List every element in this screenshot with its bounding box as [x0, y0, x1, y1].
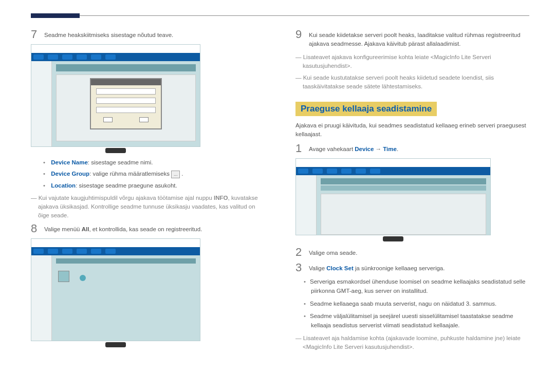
bullet-2: Seadme kellaaega saab muuta serverist, n…: [311, 300, 529, 309]
s1a: Avage vahekaart: [309, 146, 355, 152]
step-3: 3 Valige Clock Set ja sünkroonige kellaa…: [295, 262, 529, 273]
location-text: : sisestage seadme praegune asukoht.: [76, 182, 177, 189]
step-3-text: Valige Clock Set ja sünkroonige kellaaeg…: [309, 262, 529, 273]
info-bold: INFO: [214, 195, 228, 201]
bullet-3: Seadme väljalülitamisel ja seejärel uues…: [311, 312, 529, 330]
step8b: , et kontrollida, kas seade on registree…: [89, 226, 202, 232]
step-2: 2 Valige oma seade.: [295, 247, 529, 258]
note-delete: Kui seade kustutatakse serveri poolt hea…: [303, 73, 529, 91]
play-icon: [76, 271, 87, 282]
location-label: Location: [51, 182, 76, 189]
note-config: Lisateavet ajakava konfigureerimise koht…: [303, 53, 529, 71]
step-9-text: Kui seade kiidetakse serveri poolt heaks…: [309, 29, 529, 49]
step-num-1: 1: [295, 143, 304, 154]
clock-heading: Praeguse kellaaja seadistamine: [295, 102, 437, 116]
field-location: Location: sisestage seadme praegune asuk…: [43, 181, 265, 190]
step-8-text: Valige menüü All, et kontrollida, kas se…: [44, 223, 265, 234]
clock-bullets: Serveriga esmakordsel ühenduse loomisel …: [311, 277, 529, 330]
time-link: Time: [383, 146, 397, 152]
note1a: Kui vajutate kaugjuhtimispuldil võrgu aj…: [39, 195, 214, 201]
step-7-text: Seadme heakskiitmiseks sisestage nõutud …: [44, 29, 265, 40]
step-8: 8 Valige menüü All, et kontrollida, kas …: [31, 223, 265, 234]
field-device-name: Device Name: sisestage seadme nimi.: [43, 158, 265, 166]
note-time-mgmt: Lisateavet aja haldamise kohta (ajakavad…: [303, 334, 529, 352]
accent-bar: [31, 13, 80, 18]
left-column: 7 Seadme heakskiitmiseks sisestage nõutu…: [31, 29, 265, 355]
page-columns: 7 Seadme heakskiitmiseks sisestage nõutu…: [31, 29, 529, 355]
arrow-icon: →: [374, 146, 383, 152]
approve-dialog: [90, 78, 162, 129]
screenshot-device-time: [295, 158, 491, 241]
device-name-label: Device Name: [51, 159, 88, 165]
device-name-text: : sisestage seadme nimi.: [88, 159, 153, 165]
step-num-9: 9: [295, 29, 304, 49]
step-num-7: 7: [31, 29, 39, 40]
s3a: Valige: [309, 265, 326, 271]
step-1: 1 Avage vahekaart Device → Time.: [295, 143, 529, 154]
bullet-1: Serveriga esmakordsel ühenduse loomisel …: [311, 277, 529, 296]
field-list: Device Name: sisestage seadme nimi. Devi…: [43, 158, 265, 190]
clock-set-link: Clock Set: [326, 265, 353, 271]
info-note: Kui vajutate kaugjuhtimispuldil võrgu aj…: [38, 194, 265, 220]
ellipsis-button-icon: ...: [171, 171, 180, 178]
step-1-text: Avage vahekaart Device → Time.: [309, 143, 529, 154]
step8a: Valige menüü: [44, 226, 82, 232]
screenshot-all-menu: [31, 238, 200, 347]
step-num-3: 3: [295, 262, 304, 273]
s3b: ja sünkroonige kellaaeg serveriga.: [354, 265, 445, 271]
page-top-rule: [31, 15, 529, 16]
device-group-text: : valige rühma määratlemiseks: [89, 171, 171, 177]
field-device-group: Device Group: valige rühma määratlemisek…: [43, 170, 265, 178]
device-link: Device: [355, 146, 374, 152]
step-num-8: 8: [31, 223, 39, 234]
device-group-label: Device Group: [51, 171, 89, 177]
step-2-text: Valige oma seade.: [309, 247, 529, 258]
step-num-2: 2: [295, 247, 304, 258]
section-heading: Praeguse kellaaja seadistamine: [295, 95, 529, 121]
step8-bold: All: [82, 226, 89, 232]
screenshot-approve-dialog: [31, 44, 200, 153]
right-column: 9 Kui seade kiidetakse serveri poolt hea…: [295, 29, 529, 355]
clock-intro: Ajakava ei pruugi käivituda, kui seadmes…: [295, 121, 529, 139]
step-9: 9 Kui seade kiidetakse serveri poolt hea…: [295, 29, 529, 49]
step-7: 7 Seadme heakskiitmiseks sisestage nõutu…: [31, 29, 265, 40]
s1dot: .: [397, 146, 398, 152]
